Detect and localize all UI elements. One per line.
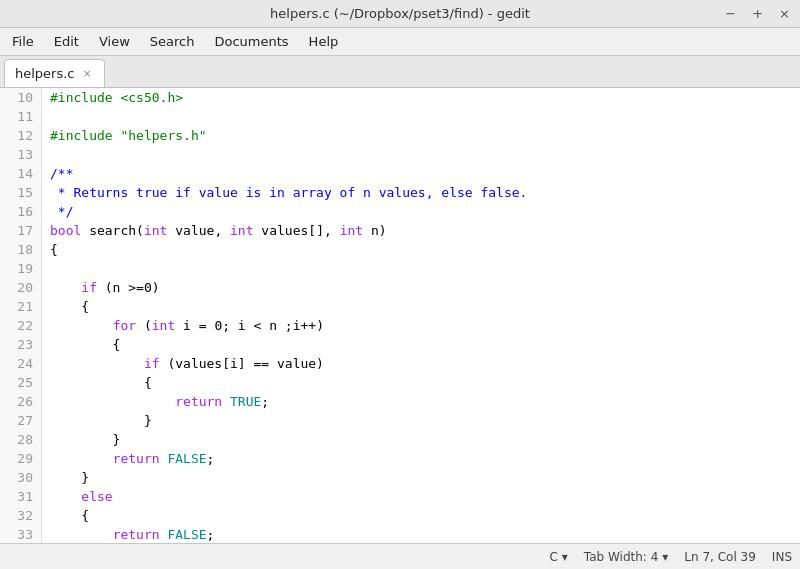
language-status[interactable]: C ▾ <box>549 550 567 564</box>
code-line: #include "helpers.h" <box>50 126 792 145</box>
line-number: 33 <box>8 525 33 543</box>
token-plain: ; <box>261 394 269 409</box>
token-plain <box>50 280 81 295</box>
language-chevron: ▾ <box>562 550 568 564</box>
code-line <box>50 107 792 126</box>
token-plain <box>50 451 113 466</box>
token-plain: { <box>50 242 58 257</box>
code-line: for (int i = 0; i < n ;i++) <box>50 316 792 335</box>
token-kw: if <box>144 356 160 371</box>
line-number: 17 <box>8 221 33 240</box>
token-kw: int <box>152 318 175 333</box>
token-plain <box>50 527 113 542</box>
code-line: } <box>50 430 792 449</box>
token-plain: } <box>50 413 152 428</box>
line-number: 25 <box>8 373 33 392</box>
token-kw: return <box>113 451 160 466</box>
close-button[interactable]: × <box>775 6 794 21</box>
line-number: 11 <box>8 107 33 126</box>
line-number: 12 <box>8 126 33 145</box>
cursor-status: Ln 7, Col 39 <box>684 550 756 564</box>
tab-close-button[interactable]: × <box>81 67 94 80</box>
token-plain: i = 0; i < n ;i++) <box>175 318 324 333</box>
line-number: 22 <box>8 316 33 335</box>
menu-documents[interactable]: Documents <box>206 31 296 52</box>
code-line: /** <box>50 164 792 183</box>
code-line: return TRUE; <box>50 392 792 411</box>
line-number: 27 <box>8 411 33 430</box>
code-line: if (values[i] == value) <box>50 354 792 373</box>
statusbar: C ▾ Tab Width: 4 ▾ Ln 7, Col 39 INS <box>0 543 800 569</box>
token-kw: if <box>81 280 97 295</box>
token-plain: { <box>50 375 152 390</box>
token-preprocessor: #include "helpers.h" <box>50 128 207 143</box>
token-plain: (n >=0) <box>97 280 160 295</box>
code-line: #include <cs50.h> <box>50 88 792 107</box>
cursor-position: Ln 7, Col 39 <box>684 550 756 564</box>
token-kw: return <box>113 527 160 542</box>
line-numbers: 1011121314151617181920212223242526272829… <box>0 88 42 543</box>
code-line: } <box>50 411 792 430</box>
token-comment: /** <box>50 166 73 181</box>
menu-file[interactable]: File <box>4 31 42 52</box>
token-plain: value, <box>167 223 230 238</box>
token-plain: n) <box>363 223 386 238</box>
line-number: 18 <box>8 240 33 259</box>
token-plain <box>50 318 113 333</box>
line-number: 26 <box>8 392 33 411</box>
token-plain <box>50 489 81 504</box>
line-number: 10 <box>8 88 33 107</box>
code-line: bool search(int value, int values[], int… <box>50 221 792 240</box>
token-plain: ; <box>207 527 215 542</box>
line-number: 20 <box>8 278 33 297</box>
token-kw: else <box>81 489 112 504</box>
tabbar: helpers.c × <box>0 56 800 88</box>
code-line: return FALSE; <box>50 449 792 468</box>
code-line <box>50 259 792 278</box>
line-number: 23 <box>8 335 33 354</box>
line-number: 24 <box>8 354 33 373</box>
token-plain: values[], <box>254 223 340 238</box>
token-plain: (values[i] == value) <box>160 356 324 371</box>
menu-search[interactable]: Search <box>142 31 203 52</box>
tab-width-label: Tab Width: 4 <box>584 550 658 564</box>
tab-helpers-c[interactable]: helpers.c × <box>4 59 105 87</box>
code-content[interactable]: #include <cs50.h> #include "helpers.h" /… <box>42 88 800 543</box>
minimize-button[interactable]: − <box>721 6 740 21</box>
line-number: 13 <box>8 145 33 164</box>
token-plain: { <box>50 337 120 352</box>
menu-view[interactable]: View <box>91 31 138 52</box>
tab-width-status[interactable]: Tab Width: 4 ▾ <box>584 550 669 564</box>
editor[interactable]: 1011121314151617181920212223242526272829… <box>0 88 800 543</box>
token-kw: int <box>230 223 253 238</box>
token-comment: * Returns true if value is in array of n… <box>50 185 527 200</box>
code-line: * Returns true if value is in array of n… <box>50 183 792 202</box>
token-kw: for <box>113 318 136 333</box>
titlebar: helpers.c (~/Dropbox/pset3/find) - gedit… <box>0 0 800 28</box>
menu-help[interactable]: Help <box>301 31 347 52</box>
line-number: 30 <box>8 468 33 487</box>
token-plain: { <box>50 299 89 314</box>
maximize-button[interactable]: + <box>748 6 767 21</box>
token-plain: search( <box>81 223 144 238</box>
code-line: */ <box>50 202 792 221</box>
token-plain: } <box>50 432 120 447</box>
token-comment: */ <box>50 204 73 219</box>
token-kw2: FALSE <box>167 527 206 542</box>
token-kw2: TRUE <box>230 394 261 409</box>
insert-mode-status: INS <box>772 550 792 564</box>
language-label: C <box>549 550 557 564</box>
token-plain <box>222 394 230 409</box>
code-line: { <box>50 506 792 525</box>
line-number: 21 <box>8 297 33 316</box>
token-kw: int <box>340 223 363 238</box>
menu-edit[interactable]: Edit <box>46 31 87 52</box>
code-line: { <box>50 297 792 316</box>
token-kw: int <box>144 223 167 238</box>
line-number: 19 <box>8 259 33 278</box>
window-title: helpers.c (~/Dropbox/pset3/find) - gedit <box>270 6 530 21</box>
token-plain <box>50 394 175 409</box>
code-line: else <box>50 487 792 506</box>
token-preprocessor: #include <cs50.h> <box>50 90 183 105</box>
line-number: 29 <box>8 449 33 468</box>
